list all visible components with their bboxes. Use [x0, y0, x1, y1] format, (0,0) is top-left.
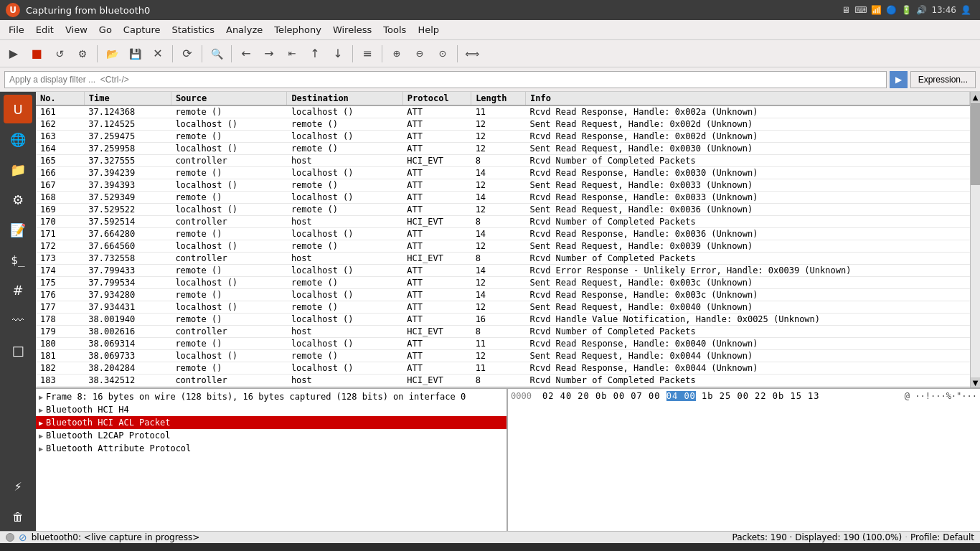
menu-item-tools[interactable]: Tools [377, 22, 412, 38]
packet-list-scroll[interactable]: No. Time Source Destination Protocol Len… [36, 92, 970, 387]
menu-item-statistics[interactable]: Statistics [166, 22, 220, 38]
cell-protocol: ATT [402, 228, 471, 240]
start-capture-button[interactable]: ▶ [3, 43, 24, 65]
detail-item[interactable]: ▶Bluetooth L2CAP Protocol [36, 429, 507, 442]
table-row[interactable]: 17838.001940remote ()localhost ()ATT16Rc… [36, 314, 970, 326]
table-row[interactable]: 17437.799433remote ()localhost ()ATT14Rc… [36, 265, 970, 277]
colorize-button[interactable]: ≡ [357, 43, 378, 65]
table-row[interactable]: 16637.394239remote ()localhost ()ATT14Rc… [36, 167, 970, 179]
detail-item[interactable]: ▶Bluetooth HCI H4 [36, 403, 507, 416]
detail-item[interactable]: ▶Bluetooth Attribute Protocol [36, 442, 507, 455]
cell-length: 12 [471, 301, 526, 314]
sidebar-icon-browser[interactable]: 🌐 [4, 125, 32, 154]
scroll-track[interactable] [971, 102, 980, 377]
hex-ascii: @ ··!···%·"··· [905, 391, 977, 401]
detail-panel[interactable]: ▶Frame 8: 16 bytes on wire (128 bits), 1… [36, 389, 508, 531]
user-icon: 👤 [961, 5, 971, 15]
go-next-button[interactable]: ↓ [327, 43, 349, 65]
sidebar-icon-trash[interactable]: 🗑 [4, 502, 32, 531]
menu-item-edit[interactable]: Edit [30, 22, 60, 38]
close-file-button[interactable]: ✕ [147, 43, 169, 65]
table-row[interactable]: 17037.592514controllerhostHCI_EVT8Rcvd N… [36, 216, 970, 228]
scroll-thumb[interactable] [971, 103, 980, 185]
cell-length: 12 [471, 131, 526, 143]
scroll-up-arrow[interactable]: ▲ [971, 92, 980, 102]
sidebar-icon-wireshark[interactable]: 〰 [4, 306, 32, 334]
col-time: Time [84, 92, 171, 105]
menu-item-file[interactable]: File [3, 22, 30, 38]
go-first-button[interactable]: ⇤ [281, 43, 303, 65]
table-row[interactable]: 18338.342512controllerhostHCI_EVT8Rcvd N… [36, 375, 970, 387]
menu-item-view[interactable]: View [60, 22, 93, 38]
sidebar-icon-terminal[interactable]: $_ [4, 245, 32, 274]
ubuntu-logo[interactable]: U [6, 3, 20, 17]
filter-apply-button[interactable]: ▶ [890, 71, 908, 88]
sidebar-icon-calculator[interactable]: # [4, 276, 32, 304]
table-row[interactable]: 16837.529349remote ()localhost ()ATT14Rc… [36, 192, 970, 204]
menu-item-go[interactable]: Go [93, 22, 118, 38]
expression-button[interactable]: Expression... [910, 71, 976, 88]
status-packets: Packets: 190 · Displayed: 190 (100.0%) [732, 532, 903, 542]
table-row[interactable]: 17537.799534localhost ()remote ()ATT12Se… [36, 277, 970, 289]
sidebar-icon-unknown[interactable]: □ [4, 336, 32, 364]
menu-item-capture[interactable]: Capture [118, 22, 166, 38]
capture-options-button[interactable]: ⚙ [72, 43, 93, 65]
table-row[interactable]: 17137.664280remote ()localhost ()ATT14Rc… [36, 228, 970, 240]
save-file-button[interactable]: 💾 [124, 43, 146, 65]
packet-list-area[interactable]: No. Time Source Destination Protocol Len… [36, 92, 980, 387]
cell-no: 173 [36, 253, 84, 265]
menu-item-analyze[interactable]: Analyze [220, 22, 268, 38]
table-row[interactable]: 16737.394393localhost ()remote ()ATT12Se… [36, 179, 970, 192]
packet-list-scrollbar[interactable]: ▲ ▼ [970, 92, 980, 387]
table-row[interactable]: 18038.069314remote ()localhost ()ATT11Rc… [36, 338, 970, 350]
scroll-down-arrow[interactable]: ▼ [971, 377, 980, 387]
table-row[interactable]: 16537.327555controllerhostHCI_EVT8Rcvd N… [36, 155, 970, 167]
zoom-in-button[interactable]: ⊕ [386, 43, 407, 65]
cell-protocol: ATT [402, 167, 471, 179]
filter-input[interactable] [4, 71, 887, 88]
cell-destination: localhost () [287, 314, 402, 326]
cell-source: remote () [171, 338, 286, 350]
zoom-normal-button[interactable]: ⊙ [432, 43, 453, 65]
stop-capture-button[interactable]: ■ [26, 43, 47, 65]
zoom-out-button[interactable]: ⊖ [409, 43, 430, 65]
go-back-button[interactable]: ← [235, 43, 257, 65]
table-row[interactable]: 17337.732558controllerhostHCI_EVT8Rcvd N… [36, 253, 970, 265]
go-prev-button[interactable]: ↑ [304, 43, 326, 65]
table-row[interactable]: 16937.529522localhost ()remote ()ATT12Se… [36, 204, 970, 216]
resize-columns-button[interactable]: ⟺ [461, 43, 483, 65]
table-row[interactable]: 16137.124368remote ()localhost ()ATT11Rc… [36, 105, 970, 118]
cell-length: 11 [471, 105, 526, 118]
sidebar-icon-files[interactable]: 📁 [4, 155, 32, 184]
table-row[interactable]: 17237.664560localhost ()remote ()ATT12Se… [36, 240, 970, 253]
table-row[interactable]: 18238.204284remote ()localhost ()ATT11Rc… [36, 362, 970, 375]
table-row[interactable]: 16337.259475remote ()localhost ()ATT12Rc… [36, 131, 970, 143]
reload-button[interactable]: ⟳ [176, 43, 198, 65]
open-file-button[interactable]: 📂 [101, 43, 123, 65]
sidebar-icon-text[interactable]: 📝 [4, 215, 32, 244]
restart-capture-button[interactable]: ↺ [49, 43, 70, 65]
cell-time: 37.664560 [84, 240, 171, 253]
detail-item[interactable]: ▶Frame 8: 16 bytes on wire (128 bits), 1… [36, 390, 507, 403]
table-row[interactable]: 17737.934431localhost ()remote ()ATT12Se… [36, 301, 970, 314]
menu-item-help[interactable]: Help [412, 22, 445, 38]
find-button[interactable]: 🔍 [206, 43, 227, 65]
sidebar-icon-ubuntu[interactable]: U [4, 95, 32, 123]
system-tray: 🖥 ⌨ 📶 🔵 🔋 🔊 13:46 👤 [842, 5, 971, 15]
content-area: No. Time Source Destination Protocol Len… [36, 92, 980, 531]
cell-length: 8 [471, 155, 526, 167]
menu-item-telephony[interactable]: Telephony [268, 22, 327, 38]
table-row[interactable]: 16437.259958localhost ()remote ()ATT12Se… [36, 143, 970, 155]
sidebar-icon-usb[interactable]: ⚡ [4, 472, 32, 501]
cell-destination: host [287, 326, 402, 338]
table-row[interactable]: 17637.934280remote ()localhost ()ATT14Rc… [36, 289, 970, 301]
cell-no: 162 [36, 118, 84, 131]
detail-item[interactable]: ▶Bluetooth HCI ACL Packet [36, 416, 507, 429]
table-row[interactable]: 18138.069733localhost ()remote ()ATT12Se… [36, 350, 970, 362]
table-row[interactable]: 16237.124525localhost ()remote ()ATT12Se… [36, 118, 970, 131]
sidebar-icon-settings[interactable]: ⚙ [4, 185, 32, 214]
go-forward-button[interactable]: → [258, 43, 280, 65]
menu-item-wireless[interactable]: Wireless [327, 22, 377, 38]
table-row[interactable]: 17938.002616controllerhostHCI_EVT8Rcvd N… [36, 326, 970, 338]
cell-info: Rcvd Error Response - Unlikely Error, Ha… [525, 265, 969, 277]
